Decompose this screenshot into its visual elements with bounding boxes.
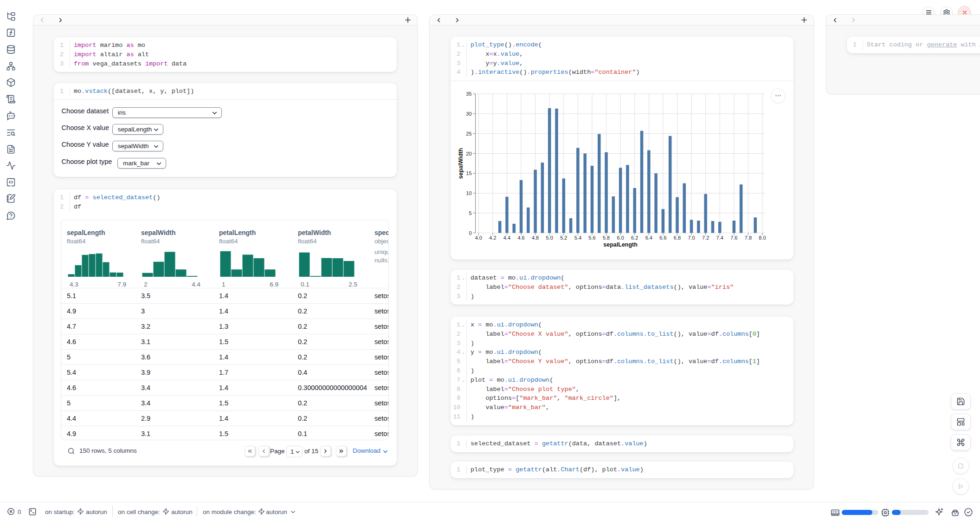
svg-text:25: 25 — [466, 131, 471, 137]
svg-text:7.4: 7.4 — [716, 235, 723, 241]
svg-text:4.4: 4.4 — [503, 235, 510, 241]
svg-text:7.2: 7.2 — [702, 235, 709, 241]
svg-text:sepalLength: sepalLength — [603, 241, 638, 248]
svg-text:6.0: 6.0 — [617, 235, 624, 241]
svg-text:5.6: 5.6 — [588, 235, 595, 241]
svg-text:20: 20 — [466, 151, 471, 156]
svg-text:30: 30 — [466, 111, 471, 117]
svg-text:6.8: 6.8 — [674, 235, 681, 241]
svg-text:4.0: 4.0 — [475, 235, 482, 241]
svg-text:8.0: 8.0 — [759, 235, 766, 241]
svg-text:6.2: 6.2 — [631, 235, 638, 241]
svg-text:5.2: 5.2 — [560, 235, 567, 241]
svg-text:6.4: 6.4 — [645, 235, 652, 241]
svg-text:15: 15 — [466, 170, 471, 176]
svg-text:5: 5 — [469, 210, 471, 216]
svg-text:7.8: 7.8 — [745, 235, 752, 241]
svg-text:7.6: 7.6 — [730, 235, 737, 241]
svg-text:7.0: 7.0 — [688, 235, 695, 241]
svg-text:4.2: 4.2 — [489, 235, 496, 241]
svg-text:10: 10 — [466, 190, 471, 196]
svg-text:sepalWidth: sepalWidth — [458, 148, 464, 179]
svg-text:5.8: 5.8 — [603, 235, 610, 241]
svg-text:5.0: 5.0 — [546, 235, 553, 241]
svg-text:6.6: 6.6 — [659, 235, 666, 241]
svg-text:4.6: 4.6 — [517, 235, 524, 241]
svg-text:0: 0 — [469, 230, 471, 236]
svg-text:35: 35 — [466, 91, 471, 97]
svg-text:5.4: 5.4 — [574, 235, 581, 241]
svg-text:4.8: 4.8 — [532, 235, 539, 241]
